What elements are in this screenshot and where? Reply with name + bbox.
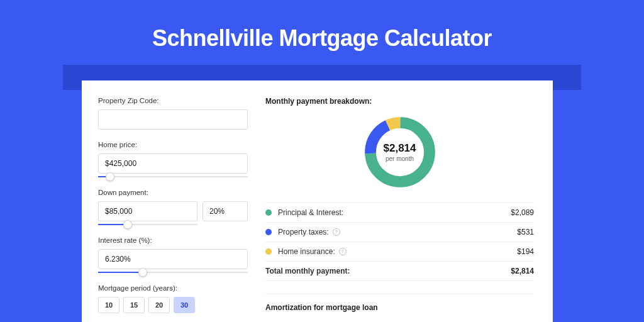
slider-thumb[interactable] <box>106 172 114 181</box>
period-option-15[interactable]: 15 <box>123 297 145 313</box>
amortization-section: Amortization for mortgage loan Amortizat… <box>265 294 534 322</box>
home-price-group: Home price: $425,000 <box>98 141 248 177</box>
donut-amount: $2,814 <box>384 142 416 155</box>
breakdown-total-row: Total monthly payment:$2,814 <box>265 262 534 281</box>
interest-group: Interest rate (%): 6.230% <box>98 236 248 273</box>
breakdown-row: Home insurance:?$194 <box>265 242 534 262</box>
period-option-30[interactable]: 30 <box>174 297 195 313</box>
total-value: $2,814 <box>511 267 534 275</box>
slider-thumb[interactable] <box>123 220 132 229</box>
breakdown-panel: Monthly payment breakdown: $2,814 per mo… <box>265 97 534 322</box>
down-payment-slider[interactable] <box>98 224 197 225</box>
breakdown-value: $531 <box>517 228 534 236</box>
zip-input[interactable] <box>98 109 248 130</box>
period-option-20[interactable]: 20 <box>148 297 170 313</box>
breakdown-label: Principal & Interest: <box>278 208 511 217</box>
period-group: Mortgage period (years): 10152030 <box>98 284 248 313</box>
period-option-10[interactable]: 10 <box>98 297 119 313</box>
interest-label: Interest rate (%): <box>98 236 248 244</box>
legend-dot <box>265 229 272 235</box>
legend-dot <box>265 209 272 216</box>
interest-input[interactable]: 6.230% <box>98 249 248 269</box>
zip-label: Property Zip Code: <box>98 97 248 104</box>
down-payment-group: Down payment: $85,000 20% <box>98 189 248 225</box>
page-title: Schnellville Mortgage Calculator <box>0 25 644 52</box>
breakdown-value: $2,089 <box>511 208 534 217</box>
home-price-label: Home price: <box>98 141 248 148</box>
down-payment-pct-input[interactable]: 20% <box>203 201 248 221</box>
breakdown-row: Property taxes:?$531 <box>265 223 534 242</box>
donut-sublabel: per month <box>386 155 414 162</box>
amortization-text: Amortization for a mortgage loan refers … <box>265 319 534 322</box>
zip-field-group: Property Zip Code: <box>98 97 248 130</box>
breakdown-row: Principal & Interest:$2,089 <box>265 203 534 223</box>
help-icon[interactable]: ? <box>333 228 340 236</box>
breakdown-value: $194 <box>517 247 534 256</box>
amortization-title: Amortization for mortgage loan <box>265 303 534 312</box>
interest-slider[interactable] <box>98 272 248 273</box>
home-price-slider[interactable] <box>98 176 248 177</box>
help-icon[interactable]: ? <box>339 248 347 255</box>
down-payment-amount-input[interactable]: $85,000 <box>98 201 197 221</box>
breakdown-label: Home insurance:? <box>278 247 517 256</box>
slider-thumb[interactable] <box>138 268 147 277</box>
calculator-card: Property Zip Code: Home price: $425,000 … <box>82 80 553 322</box>
breakdown-label: Property taxes:? <box>278 228 517 236</box>
period-label: Mortgage period (years): <box>98 284 248 292</box>
form-panel: Property Zip Code: Home price: $425,000 … <box>98 97 248 322</box>
breakdown-title: Monthly payment breakdown: <box>265 97 534 106</box>
legend-dot <box>265 248 272 255</box>
payment-donut-chart: $2,814 per month <box>361 113 439 191</box>
total-label: Total monthly payment: <box>265 267 511 275</box>
breakdown-list: Principal & Interest:$2,089Property taxe… <box>265 203 534 281</box>
down-payment-label: Down payment: <box>98 189 248 196</box>
home-price-input[interactable]: $425,000 <box>98 153 248 174</box>
